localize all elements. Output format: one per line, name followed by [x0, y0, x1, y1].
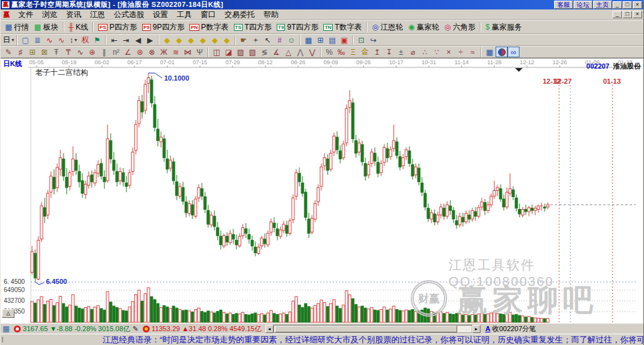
plusminus-tool[interactable]: ±: [395, 47, 407, 57]
frame-tool[interactable]: ◫: [211, 47, 223, 57]
hexagon-button[interactable]: ◎六角形: [441, 21, 477, 33]
triangle-tool[interactable]: △: [282, 47, 294, 57]
sieve-icon[interactable]: #: [274, 35, 286, 45]
horizontal-scrollbar[interactable]: ◂ ▸: [265, 325, 480, 333]
zoom-out-h-icon[interactable]: ◆: [161, 35, 173, 45]
candle-style-icon[interactable]: ↕▾: [67, 35, 79, 45]
first-page-icon[interactable]: ⇤: [108, 35, 120, 45]
hatch-tool[interactable]: ♯: [14, 47, 26, 57]
tick-tape-button[interactable]: A 收002207分笔: [486, 324, 536, 334]
shenzhen-index-quote[interactable]: 11353.29 ▲31.48 0.28% 4549.15亿: [152, 324, 262, 334]
multiply-tool[interactable]: ×: [443, 47, 455, 57]
menu-item-browse[interactable]: 浏览: [38, 9, 62, 20]
kline-chart[interactable]: 05-0505-1906-0206-1707-0107-1507-2908-12…: [1, 58, 643, 323]
home-button[interactable]: 主页: [593, 1, 612, 9]
quotes-button[interactable]: ▦行情: [3, 21, 31, 33]
p-table-button[interactable]: PNP数字表: [187, 21, 231, 33]
wave-tool[interactable]: ∿: [74, 47, 86, 57]
gann-grid-tool[interactable]: ⊞: [26, 47, 38, 57]
because-tool[interactable]: ∵: [431, 47, 443, 57]
wave9-icon[interactable]: ∿: [55, 35, 67, 45]
menu-item-news[interactable]: 资讯: [62, 9, 86, 20]
t-line-tool[interactable]: Ŧ: [50, 47, 62, 57]
maximize-button[interactable]: □: [623, 1, 632, 9]
scroll-right-icon[interactable]: ▸: [472, 325, 480, 333]
pen-tool[interactable]: ✎: [3, 47, 14, 57]
percent-tool[interactable]: %: [323, 47, 335, 57]
winner-wheel-button[interactable]: ◉赢家轮: [406, 21, 441, 33]
prev-bar-icon[interactable]: ◀: [132, 35, 144, 45]
expand-h-icon[interactable]: ◆: [185, 35, 197, 45]
trident-tool[interactable]: Ψ: [194, 47, 206, 57]
save-icon[interactable]: ▣: [338, 35, 350, 45]
crosshair-icon[interactable]: ＋: [250, 35, 262, 45]
scroll-left-icon[interactable]: ◂: [265, 325, 274, 333]
edit-pen-icon[interactable]: ✎: [133, 325, 138, 333]
ripple-tool[interactable]: ≋: [170, 47, 182, 57]
calculator-icon[interactable]: ⊞: [314, 35, 326, 45]
pan-hand-icon[interactable]: ☛: [238, 35, 250, 45]
shanghai-index-icon[interactable]: [14, 325, 21, 332]
period-day-button[interactable]: 日▾: [3, 35, 14, 45]
child-restore-button[interactable]: □: [623, 11, 632, 18]
shanghai-index-quote[interactable]: 3167.65 ▼-8.88 -0.28% 3015.08亿: [23, 324, 130, 334]
approx-tool[interactable]: ≈: [467, 47, 479, 57]
menu-item-gann[interactable]: 江恩: [86, 9, 109, 20]
menu-item-trade[interactable]: 交易委托: [220, 9, 259, 20]
permille-tool[interactable]: ‰: [335, 47, 347, 57]
gann-fan-tool[interactable]: ⊛: [134, 47, 146, 57]
resist-tool[interactable]: ⋀: [294, 47, 306, 57]
bowtie-tool[interactable]: ⋈: [182, 47, 194, 57]
t-square-button[interactable]: TST四方形: [231, 21, 275, 33]
divide-tool[interactable]: ÷: [455, 47, 467, 57]
9t-square-button[interactable]: T99T四方形: [274, 21, 321, 33]
menu-item-tools[interactable]: 工具: [172, 9, 196, 20]
info-panel-icon[interactable]: ≣: [31, 35, 43, 45]
angle-tool[interactable]: ∠: [122, 47, 134, 57]
pointer-icon[interactable]: ↖: [262, 35, 274, 45]
forum-button[interactable]: 论坛: [574, 1, 592, 9]
gann-box-tool[interactable]: ⊠: [38, 47, 50, 57]
scrollbar-track[interactable]: [274, 325, 472, 333]
half-box-tool[interactable]: ◪: [223, 47, 235, 57]
circle-cross-tool[interactable]: ⊕: [86, 47, 98, 57]
gann-wheel-button[interactable]: ◎江恩轮: [369, 21, 405, 33]
raise-tool[interactable]: ↥: [371, 47, 383, 57]
shenzhen-index-icon[interactable]: [143, 325, 150, 332]
menu-item-window[interactable]: 窗口: [196, 9, 220, 20]
grid-toggle-button[interactable]: ▦: [484, 47, 496, 57]
network-icon[interactable]: ⊡: [355, 35, 367, 45]
target-tool[interactable]: ⊗: [146, 47, 158, 57]
zoom-all-icon[interactable]: ◆: [221, 35, 233, 45]
sectors-button[interactable]: ▩板块: [31, 21, 60, 33]
p-square-button[interactable]: PSP四方形: [96, 21, 140, 33]
cycle-tool[interactable]: ₸: [62, 47, 74, 57]
menu-item-help[interactable]: 帮助: [259, 9, 283, 20]
gold-section-tool[interactable]: 金: [359, 47, 371, 57]
minimize-button[interactable]: _: [613, 1, 622, 9]
smiley-icon[interactable]: ☺: [286, 35, 297, 45]
menu-item-file[interactable]: 文件: [14, 9, 38, 20]
bars-tool[interactable]: ∥: [98, 47, 110, 57]
t-table-button[interactable]: TNT数字表: [321, 21, 364, 33]
shade2-tool[interactable]: ▧: [247, 47, 258, 57]
shade-tool[interactable]: ▨: [235, 47, 247, 57]
flag-icon[interactable]: ⚑: [91, 35, 103, 45]
yinyang-toggle-button[interactable]: [496, 47, 508, 57]
winner-service-button[interactable]: $赢家服务: [483, 21, 525, 33]
zoom-v-icon[interactable]: ◆: [209, 35, 221, 45]
calendar-icon[interactable]: ▦: [303, 35, 314, 45]
zoom-in-h-icon[interactable]: ◆: [173, 35, 185, 45]
last-page-icon[interactable]: ⇥: [120, 35, 132, 45]
close-button[interactable]: ×: [633, 1, 642, 9]
menu-item-formula-pick[interactable]: 公式选股: [109, 9, 148, 20]
scrollbar-thumb[interactable]: [275, 325, 457, 332]
arc-angle-tool[interactable]: ∡: [270, 47, 282, 57]
channel-tool[interactable]: ≶: [258, 47, 270, 57]
infinity-toggle-button[interactable]: ∞: [508, 47, 519, 57]
service-button[interactable]: 客服: [554, 1, 573, 9]
n-square-tool[interactable]: n²: [110, 47, 122, 57]
child-minimize-button[interactable]: _: [613, 11, 622, 18]
kline-button[interactable]: ╫K线: [66, 21, 91, 33]
child-close-button[interactable]: ×: [633, 11, 642, 18]
